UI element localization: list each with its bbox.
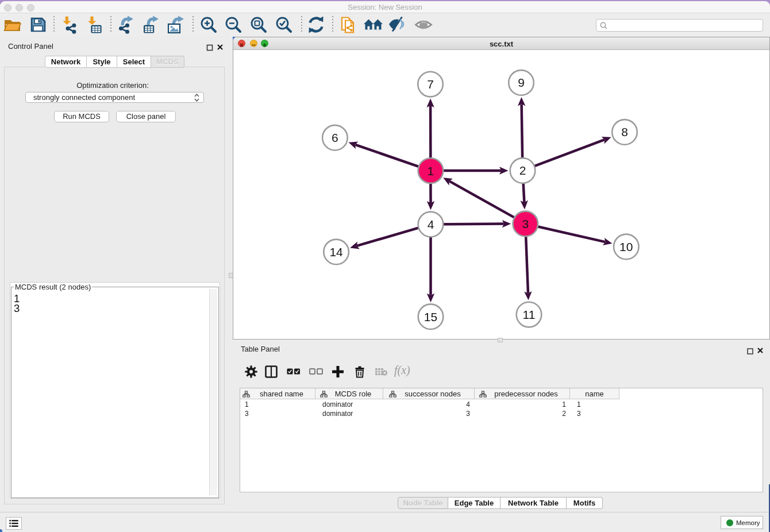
svg-text:4: 4 — [428, 218, 434, 231]
svg-text:7: 7 — [427, 78, 434, 91]
svg-text:14: 14 — [329, 245, 343, 259]
svg-text:8: 8 — [621, 125, 628, 138]
svg-text:3: 3 — [522, 217, 529, 230]
svg-text:2: 2 — [519, 164, 526, 177]
svg-text:11: 11 — [523, 308, 536, 321]
svg-text:6: 6 — [332, 131, 338, 144]
svg-text:15: 15 — [424, 310, 437, 323]
svg-text:10: 10 — [619, 240, 633, 253]
svg-text:1: 1 — [428, 164, 434, 178]
svg-text:9: 9 — [518, 76, 525, 89]
